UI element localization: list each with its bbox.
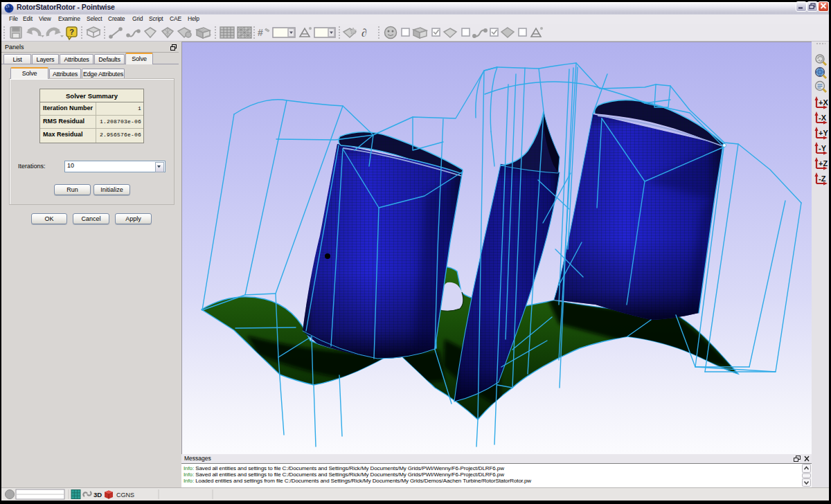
svg-text:-Z: -Z: [819, 174, 826, 183]
svg-text:-X: -X: [819, 114, 827, 122]
svg-text:#: #: [258, 27, 263, 38]
svg-text:∂: ∂: [361, 27, 367, 39]
svg-text:+X: +X: [819, 98, 828, 107]
svg-text:3D: 3D: [93, 491, 102, 498]
svg-text:CGNS: CGNS: [116, 492, 134, 498]
svg-text:?: ?: [69, 28, 74, 36]
svg-text:-Y: -Y: [819, 144, 827, 152]
svg-text:+Z: +Z: [819, 159, 828, 168]
svg-text:+Y: +Y: [819, 129, 828, 137]
